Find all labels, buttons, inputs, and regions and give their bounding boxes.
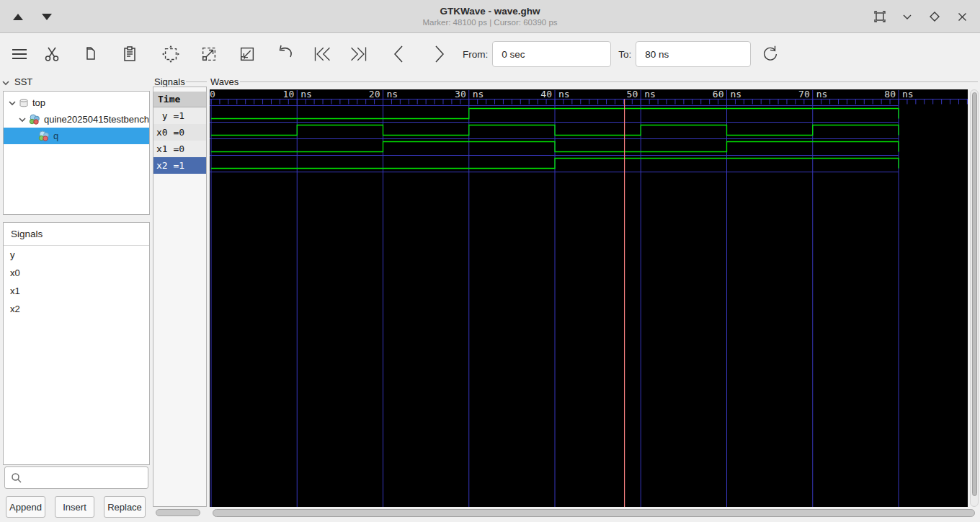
zoom-undo-button[interactable] [276, 45, 295, 63]
signal-list-item[interactable]: y [4, 246, 149, 264]
svg-text:70: 70 [798, 89, 810, 99]
prev-edge-button[interactable] [389, 45, 408, 63]
svg-text:30: 30 [455, 89, 466, 99]
signal-list-item[interactable]: x2 [4, 300, 149, 318]
expander-chevron-icon [8, 99, 17, 107]
close-button[interactable] [954, 9, 970, 25]
sst-tree: top quine20250415testbench q [3, 91, 150, 215]
svg-text:ns: ns [473, 89, 484, 99]
to-label: To: [618, 49, 631, 60]
tree-item-label: quine20250415testbench [44, 114, 149, 125]
menu-button[interactable] [10, 45, 29, 63]
close-icon [957, 12, 968, 22]
hierarchy-cylinder-icon [19, 98, 29, 108]
signal-name-column: Time y =1 x0 =0 x1 =0 x2 =1 [153, 87, 207, 507]
waves-hscrollbar[interactable] [211, 509, 977, 518]
waves-vscrollbar[interactable] [970, 89, 979, 507]
svg-text:0: 0 [210, 89, 215, 99]
titlebar: GTKWave - wave.ghw Marker: 48100 ps | Cu… [0, 0, 980, 33]
time-header[interactable]: Time [153, 92, 206, 107]
module-spheres-icon [29, 114, 40, 125]
go-to-end-button[interactable] [349, 45, 368, 63]
chevron-left-icon [391, 44, 406, 64]
search-icon [11, 472, 22, 484]
svg-text:80: 80 [884, 89, 896, 99]
frame-line [186, 81, 207, 82]
maximize-button[interactable] [927, 9, 943, 25]
replace-button[interactable]: Replace [104, 496, 146, 518]
paste-button[interactable] [120, 45, 139, 63]
svg-text:40: 40 [540, 89, 552, 99]
signal-row-x0[interactable]: x0 =0 [153, 124, 206, 141]
wave-trace-x2 [211, 159, 899, 169]
minimize-button[interactable] [899, 9, 915, 25]
zoom-out-icon [238, 44, 257, 64]
clipboard-icon [121, 45, 138, 63]
signals-panel: Signals y x0 x1 x2 [3, 222, 150, 465]
reload-icon [761, 44, 780, 64]
tree-item-label: q [53, 130, 58, 141]
signal-row-x2[interactable]: x2 =1 [153, 157, 206, 174]
zoom-out-button[interactable] [238, 45, 257, 63]
sst-header[interactable]: SST [1, 75, 32, 88]
svg-text:ns: ns [300, 89, 312, 99]
waves-frame-label: Waves [210, 76, 239, 87]
marker-cursor-status: Marker: 48100 ps | Cursor: 60390 ps [0, 18, 980, 27]
window-title: GTKWave - wave.ghw [0, 6, 980, 17]
signal-row-y[interactable]: y =1 [153, 107, 206, 124]
skip-to-start-icon [313, 44, 331, 64]
signal-column-hscrollbar[interactable] [153, 508, 207, 518]
tree-item-q[interactable]: q [4, 128, 149, 144]
reload-button[interactable] [761, 45, 780, 63]
to-input[interactable] [636, 41, 751, 67]
signal-search-box[interactable] [4, 466, 148, 489]
signal-list-item[interactable]: x1 [4, 282, 149, 300]
search-input[interactable] [27, 472, 142, 483]
go-to-start-button[interactable] [313, 45, 331, 63]
sst-label: SST [14, 76, 32, 87]
next-edge-button[interactable] [430, 45, 449, 63]
signal-column-frame-label: Signals [154, 76, 185, 87]
svg-text:50: 50 [627, 89, 638, 99]
toolbar: From: To: [0, 34, 980, 74]
expander-chevron-icon [1, 77, 10, 86]
zoom-fit-button[interactable] [161, 45, 180, 63]
expander-chevron-icon [18, 115, 27, 124]
tree-item-testbench[interactable]: quine20250415testbench [4, 111, 149, 128]
cut-button[interactable] [43, 45, 61, 63]
signal-row-x1[interactable]: x1 =0 [153, 141, 206, 157]
from-label: From: [463, 49, 488, 60]
wave-trace-x1 [211, 142, 899, 152]
copy-button[interactable] [81, 45, 99, 63]
skip-to-end-icon [349, 44, 368, 64]
append-button[interactable]: Append [6, 496, 45, 518]
scrollbar-thumb[interactable] [972, 92, 977, 496]
wave-trace-x0 [211, 125, 899, 136]
insert-button[interactable]: Insert [55, 496, 94, 518]
svg-text:ns: ns [644, 89, 656, 99]
chevron-down-icon [901, 11, 913, 22]
diamond-icon [929, 11, 940, 22]
scrollbar-thumb[interactable] [156, 509, 200, 516]
signals-panel-header: Signals [4, 223, 149, 246]
from-input[interactable] [492, 41, 611, 67]
svg-text:20: 20 [369, 89, 380, 99]
svg-text:ns: ns [816, 89, 828, 99]
fullscreen-button[interactable] [872, 9, 888, 25]
waves-canvas[interactable]: 010ns20ns30ns40ns50ns60ns70ns80ns [210, 89, 968, 507]
tree-item-top[interactable]: top [4, 94, 149, 111]
svg-text:ns: ns [731, 89, 742, 99]
zoom-in-button[interactable] [200, 45, 218, 63]
scrollbar-thumb[interactable] [213, 509, 975, 517]
hamburger-menu-icon [10, 45, 29, 63]
signal-list-item[interactable]: x0 [4, 264, 149, 282]
scissors-icon [43, 45, 61, 63]
copy-icon [81, 45, 99, 63]
svg-text:ns: ns [902, 89, 914, 99]
svg-text:ns: ns [387, 89, 398, 99]
chevron-right-icon [432, 44, 447, 64]
waves-area[interactable]: 010ns20ns30ns40ns50ns60ns70ns80ns [210, 89, 968, 507]
tree-item-label: top [32, 97, 45, 108]
module-spheres-icon [38, 130, 50, 141]
svg-text:60: 60 [713, 89, 724, 99]
